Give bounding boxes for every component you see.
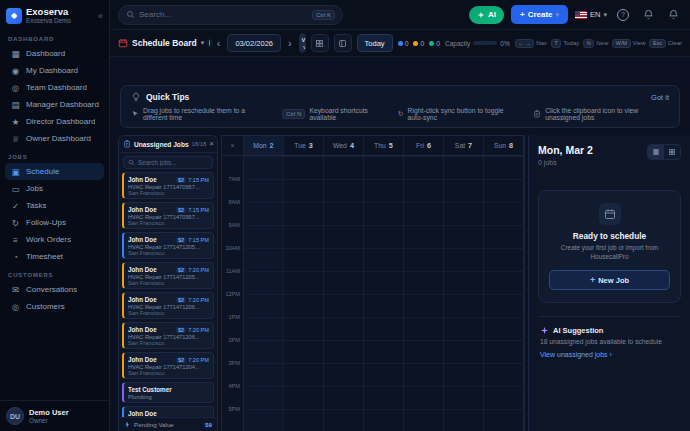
job-card[interactable]: John Doe $2 7:20 PM HVAC Repair 17714712… [122, 262, 214, 289]
today-button[interactable]: Today [357, 34, 393, 52]
job-time: 7:15 PM [188, 207, 209, 213]
day-header[interactable]: Sat 7 [444, 136, 484, 155]
app-subtitle: Exoserva Demo [26, 17, 71, 24]
crown-icon: ♕ [10, 134, 21, 144]
day-header[interactable]: Sun 8 [484, 136, 524, 155]
app-root: ◆ Exoserva Exoserva Demo « DASHBOARD ▦ D… [0, 0, 690, 431]
schedule-workspace: Unassigned Jobs 18/18 × [110, 135, 690, 431]
close-icon[interactable]: × [209, 140, 214, 148]
sync-status-icon[interactable] [209, 40, 210, 46]
language-selector[interactable]: EN ▾ [575, 10, 607, 19]
day-column[interactable] [404, 156, 444, 431]
next-week-button[interactable]: › [286, 38, 294, 49]
day-header[interactable]: Wed 4 [324, 136, 364, 155]
got-it-link[interactable]: Got it [651, 93, 669, 102]
sidebar-item[interactable]: ▤ Manager Dashboard [5, 96, 104, 113]
day-view-toggle [647, 144, 681, 160]
board-selector[interactable]: Schedule Board ▾ [118, 38, 204, 48]
job-price-badge: $2 [176, 357, 186, 363]
section-title-dashboard: DASHBOARD [8, 36, 101, 42]
job-card[interactable]: John Doe $2 7:20 PM HVAC Repair 17714712… [122, 292, 214, 319]
day-column[interactable] [324, 156, 364, 431]
sidebar-item[interactable]: ▭ Jobs [5, 180, 104, 197]
sidebar-item[interactable]: ◔ Timesheet [5, 248, 104, 265]
job-city: San Francisco [128, 310, 209, 316]
app-logo-icon: ◆ [6, 8, 22, 24]
plus-icon: + [520, 10, 525, 19]
sidebar-item[interactable]: ≡ Work Orders [5, 231, 104, 248]
day-column[interactable] [444, 156, 484, 431]
job-card[interactable]: John Doe $2 7:15 PM HVAC Repair 17714709… [122, 202, 214, 229]
sidebar-item[interactable]: ✓ Tasks [5, 197, 104, 214]
list-view-button[interactable] [648, 145, 664, 159]
sidebar-item[interactable]: ✉ Conversations [5, 281, 104, 298]
job-time: 7:15 PM [188, 237, 209, 243]
notifications-button[interactable] [639, 6, 657, 24]
unassigned-jobs-list[interactable]: John Doe $2 7:15 PM HVAC Repair 17714709… [119, 172, 217, 417]
day-header[interactable]: Tue 3 [284, 136, 324, 155]
job-card[interactable]: Test Customer Plumbing [122, 382, 214, 403]
tip-item: Ctrl N Keyboard shortcuts available [282, 107, 382, 121]
sidebar-item[interactable]: ◎ Team Dashboard [5, 79, 104, 96]
new-job-button[interactable]: + New Job [549, 270, 670, 290]
search-icon [126, 10, 135, 19]
day-column[interactable] [244, 156, 284, 431]
day-header[interactable]: Thu 5 [364, 136, 404, 155]
user-name: Demo User [29, 408, 69, 417]
job-time: 7:20 PM [188, 267, 209, 273]
date-picker[interactable]: 03/02/2026 [227, 34, 281, 52]
briefcase-icon: ▭ [10, 184, 21, 194]
sidebar-item[interactable]: ▣ Schedule [5, 163, 104, 180]
columns-view-button[interactable] [334, 34, 352, 52]
day-column[interactable] [284, 156, 324, 431]
prev-week-button[interactable]: ‹ [215, 38, 223, 49]
day-header[interactable]: Mon 2 [244, 136, 284, 155]
legend-item: 0 [398, 40, 409, 47]
help-button[interactable]: ? [614, 6, 632, 24]
sidebar-item-label: Schedule [26, 167, 59, 176]
day-header[interactable]: Fri 6 [404, 136, 444, 155]
job-card[interactable]: John Doe Tenant Isolation Test Job [122, 406, 214, 417]
keyboard-hint: N New [583, 39, 608, 48]
job-city: San Francisco [128, 190, 209, 196]
search-shortcut-badge: Ctrl K [312, 10, 335, 20]
sidebar-item[interactable]: ◉ My Dashboard [5, 62, 104, 79]
day-column[interactable] [364, 156, 404, 431]
job-card[interactable]: John Doe $2 7:20 PM HVAC Repair 17714712… [122, 322, 214, 349]
time-label: 4PM [222, 383, 243, 406]
time-label: 7AM [222, 176, 243, 199]
alerts-button[interactable] [664, 6, 682, 24]
sidebar-item[interactable]: ★ Director Dashboard [5, 113, 104, 130]
ai-suggestion-text: 18 unassigned jobs available to schedule [540, 338, 679, 345]
job-card[interactable]: John Doe $2 7:15 PM HVAC Repair 17714709… [122, 172, 214, 199]
day-column[interactable] [484, 156, 524, 431]
sidebar-item[interactable]: ▦ Dashboard [5, 45, 104, 62]
jobs-search[interactable] [123, 156, 213, 169]
bell-icon [643, 9, 654, 20]
collapse-sidebar-icon[interactable]: « [98, 11, 103, 21]
search-input[interactable] [139, 10, 308, 19]
sidebar-item[interactable]: ◎ Customers [5, 298, 104, 315]
jobs-search-input[interactable] [138, 159, 208, 166]
job-price-badge: $2 [176, 237, 186, 243]
job-description: HVAC Repair 1771471205... [128, 274, 209, 280]
job-customer-name: Test Customer [128, 386, 209, 393]
lightbulb-icon [131, 92, 141, 102]
time-gutter: 7AM 8AM 9AM 10AM 11AM 12PM [222, 156, 244, 431]
job-city: San Francisco [128, 250, 209, 256]
user-icon: ◉ [10, 66, 21, 76]
job-card[interactable]: John Doe $2 7:15 PM HVAC Repair 17714712… [122, 232, 214, 259]
sidebar-item[interactable]: ↻ Follow-Ups [5, 214, 104, 231]
global-search[interactable]: Ctrl K [118, 5, 343, 25]
job-card[interactable]: John Doe $2 7:20 PM HVAC Repair 17714712… [122, 352, 214, 379]
list-icon [652, 148, 660, 156]
create-button[interactable]: + Create ▾ [511, 5, 568, 24]
collapse-gutter-button[interactable]: × [222, 136, 244, 155]
week-view-button[interactable]: Week view [300, 34, 306, 52]
ai-assistant-button[interactable]: AI [469, 6, 504, 24]
sidebar-item[interactable]: ♕ Owner Dashboard [5, 130, 104, 147]
user-menu[interactable]: DU Demo User Owner [0, 400, 109, 431]
view-unassigned-link[interactable]: View unassigned jobs › [540, 351, 679, 358]
grid-view-button[interactable] [311, 34, 329, 52]
grid-view-button[interactable] [664, 145, 680, 159]
